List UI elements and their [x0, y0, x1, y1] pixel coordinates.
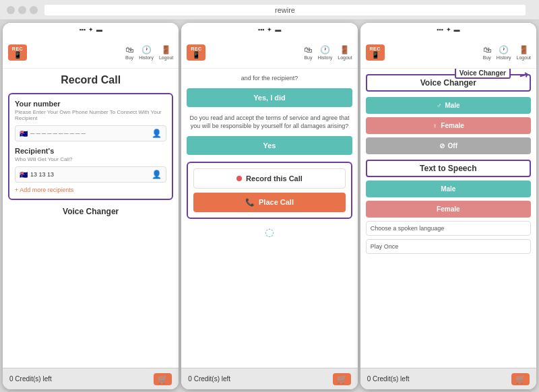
status-bar-3: ▪▪▪✦▬ [360, 23, 536, 36]
nav-actions-2: 🛍 Buy 🕐 History 🚪 Logout [304, 45, 352, 60]
yes-button[interactable]: Yes [187, 136, 352, 155]
page-title-1: Record Call [8, 74, 173, 86]
browser-url: rewire [44, 5, 526, 15]
bottom-bar-1: 0 Credit(s) left 🛒 [3, 368, 179, 389]
status-bar-1: ▪▪▪✦▬ [3, 23, 179, 36]
nav-buy-1[interactable]: 🛍 Buy [125, 45, 133, 60]
add-more-button[interactable]: + Add more recipients [15, 187, 166, 193]
nav-history-3[interactable]: 🕐 History [497, 45, 511, 60]
nav-history-1[interactable]: 🕐 History [139, 45, 154, 60]
nav-header-2: REC 📱 🛍 Buy 🕐 History 🚪 Logout [181, 36, 357, 69]
nav-logout-3[interactable]: 🚪 Logout [517, 45, 531, 60]
nav-logout-1[interactable]: 🚪 Logout [159, 45, 173, 60]
bottom-bar-2: 0 Credit(s) left 🛒 [181, 368, 357, 389]
off-voice-btn[interactable]: ⊘ Off [366, 137, 531, 154]
phone-1: ▪▪▪✦▬ REC 📱 🛍 Buy 🕐 History 🚪 Logout [3, 23, 179, 389]
record-call-button[interactable]: Record this Call [193, 168, 345, 189]
nav-header-1: REC 📱 🛍 Buy 🕐 History 🚪 Logout [3, 36, 179, 69]
flag-icon-2: 🇦🇺 [20, 171, 28, 178]
your-number-section: Your number Please Enter Your Own Phone … [8, 93, 173, 200]
your-number-input-row: 🇦🇺 👤 [15, 125, 166, 141]
voice-changer-label-1: Voice Changer [8, 207, 173, 216]
phone-3: ▪▪▪✦▬ REC 📱 🛍 Buy 🕐 History 🚪 Logout [360, 23, 536, 389]
bottom-bar-3: 0 Credit(s) left 🛒 [360, 368, 536, 389]
place-call-button[interactable]: 📞 Place Call [193, 193, 345, 212]
nav-logout-2[interactable]: 🚪 Logout [338, 45, 352, 60]
contact-icon-2: 👤 [152, 170, 162, 179]
play-select[interactable]: Play Once [366, 239, 531, 254]
page-content-2: and for the recipient? Yes, I did Do you… [181, 69, 357, 368]
recipient-input-row: 🇦🇺 👤 [15, 166, 166, 183]
tts-male-btn[interactable]: Male [366, 181, 531, 197]
cart-icon-1[interactable]: 🛒 [154, 373, 172, 385]
nav-actions-1: 🛍 Buy 🕐 History 🚪 Logout [125, 45, 173, 60]
flag-icon-1: 🇦🇺 [20, 130, 28, 137]
nav-logo-1: REC 📱 [8, 44, 27, 61]
language-select[interactable]: Choose a spoken language [366, 221, 531, 236]
browser-min[interactable] [18, 6, 26, 14]
phone-2: ▪▪▪✦▬ REC 📱 🛍 Buy 🕐 History 🚪 Logout [181, 23, 357, 389]
browser-controls [7, 6, 38, 14]
cart-icon-2[interactable]: 🛒 [333, 373, 351, 385]
credits-2: 0 Credit(s) left [188, 375, 230, 383]
terms-text-1: and for the recipient? [187, 74, 352, 83]
male-icon: ♂ [437, 102, 442, 109]
female-icon: ♀ [433, 122, 438, 129]
nav-logo-2: REC 📱 [187, 44, 205, 61]
off-icon: ⊘ [439, 142, 445, 150]
your-number-input[interactable] [30, 130, 152, 137]
recipient-subtitle: Who Will Get Your Call? [15, 156, 166, 162]
voice-changer-container: Voice Changer ↗ Voice Changer [366, 74, 531, 92]
nav-history-2[interactable]: 🕐 History [317, 45, 332, 60]
male-voice-btn[interactable]: ♂ Male [366, 97, 531, 114]
phone-call-icon: 📞 [245, 198, 255, 207]
recipient-label: Recipient's [15, 147, 166, 155]
tts-header: Text to Speech [366, 160, 531, 177]
page-content-1: Record Call Your number Please Enter You… [3, 69, 179, 368]
cart-icon-3[interactable]: 🛒 [511, 373, 530, 385]
action-box: Record this Call 📞 Place Call [187, 162, 352, 219]
tts-female-btn[interactable]: Female [366, 201, 531, 218]
credits-3: 0 Credit(s) left [367, 375, 410, 383]
browser-close[interactable] [7, 6, 15, 14]
status-bar-2: ▪▪▪✦▬ [181, 23, 357, 36]
nav-buy-3[interactable]: 🛍 Buy [483, 45, 491, 60]
credits-1: 0 Credit(s) left [9, 375, 52, 383]
main-content: ▪▪▪✦▬ REC 📱 🛍 Buy 🕐 History 🚪 Logout [0, 20, 539, 392]
nav-buy-2[interactable]: 🛍 Buy [304, 45, 312, 60]
your-number-subtitle: Please Enter Your Own Phone Number To Co… [15, 109, 166, 121]
your-number-label: Your number [15, 100, 166, 108]
browser-max[interactable] [30, 6, 38, 14]
nav-actions-3: 🛍 Buy 🕐 History 🚪 Logout [483, 45, 531, 60]
page-content-3: Voice Changer ↗ Voice Changer ♂ Male ♀ F… [360, 69, 536, 368]
contact-icon-1: 👤 [152, 129, 162, 138]
record-dot [236, 176, 242, 181]
nav-header-3: REC 📱 🛍 Buy 🕐 History 🚪 Logout [360, 36, 536, 69]
loading-indicator: ◌ [187, 226, 352, 238]
terms-text-2: Do you read and accept the terms of serv… [187, 114, 352, 131]
nav-logo-3: REC 📱 [366, 44, 385, 61]
browser-bar: rewire [0, 0, 539, 20]
yes-i-did-button[interactable]: Yes, I did [187, 88, 352, 107]
female-voice-btn[interactable]: ♀ Female [366, 117, 531, 134]
recipient-input[interactable] [30, 171, 152, 178]
voice-changer-badge: Voice Changer [455, 69, 511, 79]
